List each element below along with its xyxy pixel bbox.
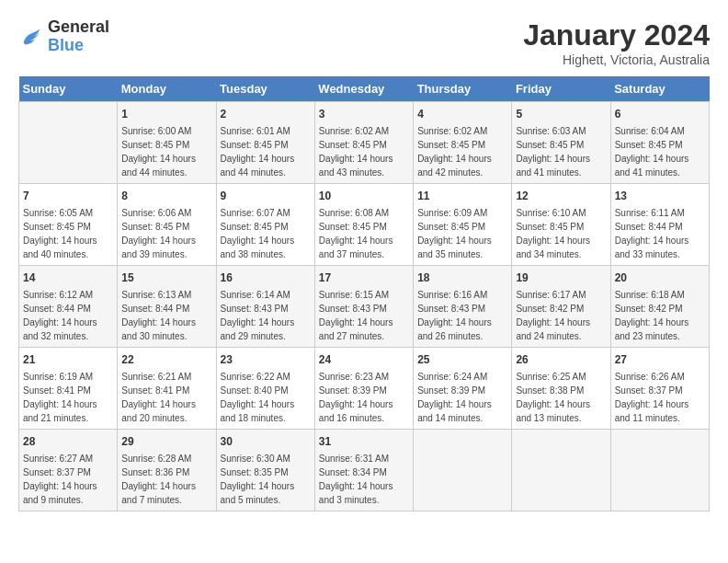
day-number: 11 <box>417 188 507 204</box>
calendar-cell <box>414 430 512 511</box>
day-info-line: and 32 minutes. <box>23 329 113 343</box>
day-info-line: Daylight: 14 hours <box>23 397 113 411</box>
calendar-cell: 16Sunrise: 6:14 AMSunset: 8:43 PMDayligh… <box>216 266 314 348</box>
day-number: 31 <box>319 433 409 450</box>
day-info-line: and 7 minutes. <box>121 493 211 507</box>
day-info-line: and 38 minutes. <box>221 247 311 261</box>
day-info-line: and 14 minutes. <box>417 411 507 425</box>
calendar-cell: 21Sunrise: 6:19 AMSunset: 8:41 PMDayligh… <box>19 348 118 430</box>
day-info-line: and 5 minutes. <box>221 493 311 507</box>
day-info-line: Daylight: 14 hours <box>121 152 211 166</box>
day-info-line: Sunset: 8:45 PM <box>417 220 507 234</box>
calendar-cell: 1Sunrise: 6:00 AMSunset: 8:45 PMDaylight… <box>118 102 216 184</box>
day-info-line: Daylight: 14 hours <box>319 234 409 247</box>
day-info-line: and 39 minutes. <box>121 247 211 261</box>
day-info-line: Sunrise: 6:16 AM <box>417 288 507 302</box>
day-number: 30 <box>221 433 311 450</box>
day-number: 13 <box>615 188 705 204</box>
day-info-line: Sunrise: 6:14 AM <box>221 288 311 302</box>
day-info-line: Sunset: 8:45 PM <box>516 220 606 234</box>
day-info-line: and 23 minutes. <box>615 329 705 343</box>
day-info-line: Sunset: 8:45 PM <box>417 138 507 152</box>
day-number: 21 <box>23 351 113 368</box>
day-info-line: Sunset: 8:43 PM <box>221 302 311 316</box>
day-info-line: Sunset: 8:39 PM <box>319 384 409 397</box>
day-info-line: Sunset: 8:45 PM <box>319 138 409 152</box>
logo-icon <box>18 24 44 50</box>
day-info-line: Sunrise: 6:17 AM <box>516 288 606 302</box>
day-info-line: Daylight: 14 hours <box>417 397 507 411</box>
calendar-cell: 6Sunrise: 6:04 AMSunset: 8:45 PMDaylight… <box>610 102 709 184</box>
day-info-line: and 41 minutes. <box>516 166 606 179</box>
calendar-cell: 15Sunrise: 6:13 AMSunset: 8:44 PMDayligh… <box>118 266 216 348</box>
calendar-cell: 12Sunrise: 6:10 AMSunset: 8:45 PMDayligh… <box>512 184 610 266</box>
calendar-cell: 11Sunrise: 6:09 AMSunset: 8:45 PMDayligh… <box>414 184 512 266</box>
header-saturday: Saturday <box>610 76 709 102</box>
calendar-cell: 22Sunrise: 6:21 AMSunset: 8:41 PMDayligh… <box>118 348 216 430</box>
day-info-line: Sunrise: 6:12 AM <box>23 288 113 302</box>
day-info-line: Sunset: 8:41 PM <box>23 384 113 397</box>
location: Highett, Victoria, Australia <box>523 52 710 67</box>
day-number: 4 <box>417 106 507 122</box>
day-info-line: and 43 minutes. <box>319 166 409 179</box>
day-info-line: Daylight: 14 hours <box>121 234 211 247</box>
day-info-line: Daylight: 14 hours <box>121 316 211 329</box>
calendar-cell: 2Sunrise: 6:01 AMSunset: 8:45 PMDaylight… <box>216 102 314 184</box>
calendar-cell: 7Sunrise: 6:05 AMSunset: 8:45 PMDaylight… <box>19 184 118 266</box>
day-number: 9 <box>221 188 311 204</box>
header-sunday: Sunday <box>19 76 118 102</box>
day-info-line: Sunrise: 6:02 AM <box>319 124 409 138</box>
day-number: 23 <box>221 351 311 368</box>
day-info-line: Daylight: 14 hours <box>221 316 311 329</box>
day-info-line: Sunrise: 6:10 AM <box>516 206 606 220</box>
day-info-line: and 44 minutes. <box>221 166 311 179</box>
calendar-table: SundayMondayTuesdayWednesdayThursdayFrid… <box>18 76 710 511</box>
month-title: January 2024 <box>523 18 710 52</box>
calendar-cell: 14Sunrise: 6:12 AMSunset: 8:44 PMDayligh… <box>19 266 118 348</box>
day-number: 2 <box>221 106 311 122</box>
header-friday: Friday <box>512 76 610 102</box>
day-info-line: Sunset: 8:39 PM <box>417 384 507 397</box>
day-number: 25 <box>417 351 507 368</box>
calendar-cell: 24Sunrise: 6:23 AMSunset: 8:39 PMDayligh… <box>314 348 413 430</box>
day-info-line: and 33 minutes. <box>615 247 705 261</box>
day-info-line: Daylight: 14 hours <box>319 397 409 411</box>
day-info-line: Sunset: 8:42 PM <box>516 302 606 316</box>
day-info-line: and 30 minutes. <box>121 329 211 343</box>
day-number: 19 <box>516 270 606 286</box>
day-info-line: Sunrise: 6:08 AM <box>319 206 409 220</box>
calendar-cell: 5Sunrise: 6:03 AMSunset: 8:45 PMDaylight… <box>512 102 610 184</box>
day-info-line: and 3 minutes. <box>319 493 409 507</box>
day-info-line: Sunset: 8:45 PM <box>516 138 606 152</box>
calendar-cell: 26Sunrise: 6:25 AMSunset: 8:38 PMDayligh… <box>512 348 610 430</box>
day-info-line: Sunrise: 6:28 AM <box>121 452 211 465</box>
day-info-line: and 21 minutes. <box>23 411 113 425</box>
day-info-line: Sunset: 8:34 PM <box>319 465 409 479</box>
day-info-line: Sunset: 8:37 PM <box>615 384 705 397</box>
day-info-line: Sunrise: 6:04 AM <box>615 124 705 138</box>
day-info-line: Sunset: 8:45 PM <box>319 220 409 234</box>
day-info-line: and 37 minutes. <box>319 247 409 261</box>
day-number: 17 <box>319 270 409 286</box>
calendar-cell: 27Sunrise: 6:26 AMSunset: 8:37 PMDayligh… <box>610 348 709 430</box>
page-header: General Blue January 2024 Highett, Victo… <box>18 18 710 67</box>
day-info-line: Sunset: 8:45 PM <box>23 220 113 234</box>
header-thursday: Thursday <box>414 76 512 102</box>
day-info-line: Sunrise: 6:18 AM <box>615 288 705 302</box>
day-info-line: Sunset: 8:45 PM <box>121 138 211 152</box>
day-number: 10 <box>319 188 409 204</box>
day-info-line: Sunrise: 6:15 AM <box>319 288 409 302</box>
day-info-line: Sunset: 8:43 PM <box>417 302 507 316</box>
day-number: 16 <box>221 270 311 286</box>
day-info-line: Daylight: 14 hours <box>221 479 311 493</box>
day-info-line: Sunset: 8:36 PM <box>121 465 211 479</box>
calendar-cell: 31Sunrise: 6:31 AMSunset: 8:34 PMDayligh… <box>314 430 413 511</box>
day-info-line: Daylight: 14 hours <box>516 152 606 166</box>
day-info-line: and 13 minutes. <box>516 411 606 425</box>
calendar-cell: 25Sunrise: 6:24 AMSunset: 8:39 PMDayligh… <box>414 348 512 430</box>
day-number: 15 <box>121 270 211 286</box>
calendar-week-row: 21Sunrise: 6:19 AMSunset: 8:41 PMDayligh… <box>19 348 710 430</box>
day-info-line: Sunrise: 6:03 AM <box>516 124 606 138</box>
day-info-line: Sunset: 8:45 PM <box>615 138 705 152</box>
day-info-line: Sunrise: 6:11 AM <box>615 206 705 220</box>
